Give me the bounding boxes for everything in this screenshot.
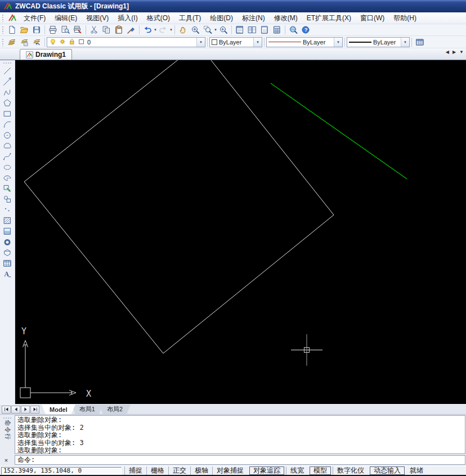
status-toggle-osnap[interactable]: 对象捕捉 — [212, 466, 248, 475]
linetype-combo-dropdown-icon[interactable]: ▼ — [334, 38, 342, 47]
print-preview-button[interactable] — [59, 24, 71, 35]
menu-view[interactable]: 视图(V) — [82, 12, 113, 24]
match-properties-button[interactable] — [125, 24, 137, 35]
palette-grip[interactable] — [3, 62, 12, 64]
open-button[interactable] — [18, 24, 30, 35]
properties-toolbar-grip[interactable] — [2, 38, 4, 46]
help-button[interactable]: ? — [299, 24, 312, 35]
redo-flyout-caret-icon[interactable]: ▼ — [169, 28, 173, 32]
draw-construction-line-button[interactable] — [1, 76, 14, 87]
draw-mtext-button[interactable]: A — [1, 268, 14, 279]
layer-swatch-icon[interactable] — [78, 38, 86, 47]
lineweight-combo[interactable]: ByLayer▼ — [347, 37, 410, 47]
draw-ellipse-button[interactable] — [1, 161, 14, 172]
draw-line-button[interactable] — [1, 65, 14, 76]
tab-scroll-right-button[interactable]: ▶ — [452, 50, 456, 55]
tab-scroll-left-button[interactable]: ◀ — [446, 50, 449, 55]
tab-list-dropdown-button[interactable]: ▼ — [459, 50, 464, 55]
layer-properties-button[interactable] — [6, 37, 18, 48]
tool-palettes-button[interactable] — [258, 24, 271, 35]
design-center-button[interactable] — [246, 24, 258, 35]
draw-revision-cloud-button[interactable] — [1, 140, 14, 151]
draw-make-block-button[interactable] — [1, 194, 14, 204]
layer-combo-dropdown-icon[interactable]: ▼ — [196, 38, 205, 47]
draw-ellipse-arc-button[interactable] — [1, 172, 14, 183]
status-toggle-tablet[interactable]: 数字化仪 — [333, 466, 368, 475]
status-toggle-otrack[interactable]: 对象追踪 — [249, 466, 284, 475]
menu-file[interactable]: 文件(F) — [19, 12, 50, 24]
draw-spline-button[interactable] — [1, 151, 14, 161]
lock-icon[interactable] — [68, 38, 76, 47]
draw-rectangle-button[interactable] — [1, 108, 14, 119]
print-button[interactable] — [47, 24, 59, 35]
layout-tab-model[interactable]: Model — [42, 405, 75, 414]
layer-translate-button[interactable] — [18, 37, 30, 48]
menu-window[interactable]: 窗口(W) — [356, 12, 389, 24]
status-toggle-ortho[interactable]: 正交 — [168, 466, 190, 475]
color-combo-dropdown-icon[interactable]: ▼ — [253, 38, 262, 47]
command-prompt-input[interactable]: 命令: — [15, 455, 465, 465]
draw-polygon-button[interactable] — [1, 97, 14, 108]
color-combo[interactable]: ByLayer▼ — [209, 37, 262, 47]
command-panel-close-icon[interactable]: × — [3, 457, 10, 464]
draw-circle-button[interactable] — [1, 129, 14, 140]
draw-table-button[interactable] — [1, 258, 14, 268]
layout-nav-last-button[interactable] — [30, 406, 39, 414]
status-toggle-polar[interactable]: 极轴 — [190, 466, 212, 475]
layout-nav-first-button[interactable] — [2, 406, 11, 414]
copy-button[interactable] — [100, 24, 113, 35]
command-panel-grip[interactable] — [3, 417, 12, 419]
status-toggle-lineweight[interactable]: 线宽 — [286, 466, 308, 475]
quick-calc-button[interactable] — [271, 24, 283, 35]
menu-express[interactable]: ET扩展工具(X) — [302, 12, 356, 24]
layout-tab-layout2[interactable]: 布局2 — [99, 405, 131, 414]
draw-point-button[interactable] — [1, 204, 14, 215]
status-toggle-dyn-input[interactable]: 动态输入 — [370, 466, 405, 475]
lineweight-combo-dropdown-icon[interactable]: ▼ — [401, 38, 409, 47]
menu-insert[interactable]: 插入(I) — [113, 12, 142, 24]
draw-donut-button[interactable] — [1, 236, 14, 247]
layer-combo[interactable]: 0▼ — [47, 37, 205, 47]
undo-button[interactable] — [141, 24, 154, 35]
draw-region-button[interactable] — [1, 247, 14, 258]
drawing-tab[interactable]: Drawing1 — [20, 49, 72, 60]
freeze-icon[interactable] — [59, 38, 66, 47]
draw-hatch-button[interactable] — [1, 215, 14, 226]
status-toggle-model[interactable]: 模型 — [310, 466, 331, 475]
menu-tools[interactable]: 工具(T) — [174, 12, 205, 24]
find-button[interactable] — [287, 24, 299, 35]
status-toggle-snap[interactable]: 捕捉 — [124, 466, 146, 475]
properties-button[interactable] — [234, 24, 246, 35]
menu-dimension[interactable]: 标注(N) — [238, 12, 270, 24]
layer-previous-button[interactable] — [30, 37, 43, 48]
zoom-realtime-button[interactable] — [189, 24, 201, 35]
new-button[interactable] — [6, 24, 18, 35]
layout-nav-next-button[interactable] — [21, 406, 30, 414]
cut-button[interactable] — [88, 24, 100, 35]
zoom-previous-button[interactable] — [217, 24, 230, 35]
linetype-combo[interactable]: ByLayer▼ — [266, 37, 343, 47]
menu-help[interactable]: 帮助(H) — [389, 12, 421, 24]
layout-tab-layout1[interactable]: 布局1 — [71, 405, 103, 414]
draw-gradient-button[interactable] — [1, 226, 14, 236]
menu-edit[interactable]: 编辑(E) — [50, 12, 82, 24]
bulb-icon[interactable] — [49, 38, 57, 47]
pan-button[interactable] — [177, 24, 189, 35]
draw-arc-button[interactable] — [1, 119, 14, 129]
draw-insert-block-button[interactable] — [1, 183, 14, 194]
menubar-grip[interactable] — [2, 14, 4, 22]
paste-button[interactable] — [113, 24, 125, 35]
layout-nav-prev-button[interactable] — [11, 406, 20, 414]
command-prompt-text: 命令: — [17, 455, 35, 465]
save-button[interactable] — [30, 24, 43, 35]
zoom-window-button[interactable] — [201, 24, 214, 35]
status-toggle-grid[interactable]: 栅格 — [146, 466, 168, 475]
draw-polyline-button[interactable] — [1, 87, 14, 97]
menu-format[interactable]: 格式(O) — [142, 12, 174, 24]
drawing-canvas[interactable]: YX — [15, 60, 466, 404]
menu-modify[interactable]: 修改(M) — [270, 12, 302, 24]
properties-grid-button[interactable] — [414, 37, 426, 48]
menu-draw[interactable]: 绘图(D) — [205, 12, 238, 24]
standard-toolbar-grip[interactable] — [2, 26, 4, 34]
page-setup-button[interactable] — [71, 24, 84, 35]
